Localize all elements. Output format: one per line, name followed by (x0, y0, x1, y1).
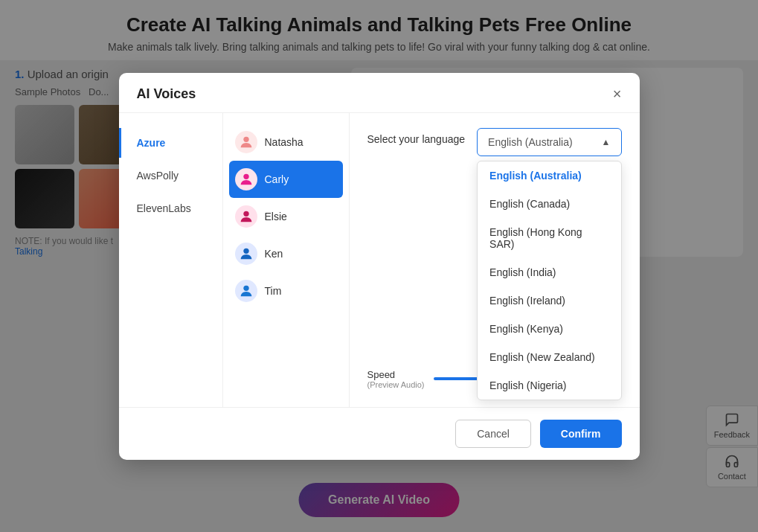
lang-option-hongkong[interactable]: English (Hong Kong SAR) (478, 218, 620, 258)
modal-footer: Cancel Confirm (119, 407, 640, 460)
tab-elevenlabs[interactable]: ElevenLabs (119, 193, 222, 223)
lang-option-australia[interactable]: English (Australia) (478, 161, 620, 190)
language-row: Select your language English (Australia)… (367, 128, 622, 156)
chevron-up-icon: ▲ (602, 137, 611, 147)
ai-voices-modal: AI Voices × Azure AwsPolly ElevenLabs Na… (119, 73, 640, 460)
language-select-wrapper: English (Australia) ▲ English (Australia… (477, 128, 621, 156)
voice-avatar-ken (235, 243, 257, 265)
confirm-button[interactable]: Confirm (540, 420, 622, 448)
svg-point-1 (243, 173, 248, 179)
modal-header: AI Voices × (119, 73, 640, 113)
svg-point-0 (243, 136, 248, 141)
voice-item-ken[interactable]: Ken (223, 235, 349, 272)
speed-label-group: Speed (Preview Audio) (367, 369, 425, 389)
language-dropdown: English (Australia) English (Canada) Eng… (477, 161, 621, 400)
voice-item-carly[interactable]: Carly (229, 161, 343, 198)
modal-title: AI Voices (137, 86, 196, 102)
voice-avatar-carly (235, 168, 257, 190)
voice-provider-tabs: Azure AwsPolly ElevenLabs (119, 113, 223, 407)
svg-point-4 (243, 285, 248, 290)
speed-preview-label: (Preview Audio) (367, 380, 425, 389)
voice-name-tim: Tim (265, 285, 282, 297)
lang-option-canada[interactable]: English (Canada) (478, 190, 620, 218)
speed-label: Speed (367, 369, 425, 380)
voice-item-tim[interactable]: Tim (223, 272, 349, 310)
voice-name-ken: Ken (265, 248, 283, 260)
voice-avatar-natasha (235, 131, 257, 153)
voice-avatar-tim (235, 280, 257, 302)
voice-settings-panel: Select your language English (Australia)… (350, 113, 640, 407)
lang-option-kenya[interactable]: English (Kenya) (478, 315, 620, 343)
lang-option-newzealand[interactable]: English (New Zealand) (478, 343, 620, 371)
lang-option-nigeria[interactable]: English (Nigeria) (478, 371, 620, 400)
lang-option-india[interactable]: English (India) (478, 258, 620, 286)
lang-option-ireland[interactable]: English (Ireland) (478, 286, 620, 315)
tab-azure[interactable]: Azure (119, 128, 222, 158)
voice-item-elsie[interactable]: Elsie (223, 198, 349, 235)
cancel-button[interactable]: Cancel (455, 420, 531, 448)
svg-point-3 (243, 248, 248, 253)
svg-point-2 (243, 211, 248, 216)
modal-overlay: AI Voices × Azure AwsPolly ElevenLabs Na… (0, 0, 758, 532)
voice-item-natasha[interactable]: Natasha (223, 124, 349, 161)
voice-name-natasha: Natasha (265, 136, 303, 148)
language-label: Select your language (367, 133, 466, 145)
voice-avatar-elsie (235, 205, 257, 228)
language-selected-value: English (Australia) (488, 136, 573, 148)
voice-name-carly: Carly (265, 173, 289, 185)
voice-list: Natasha Carly Elsie (223, 113, 350, 407)
voice-name-elsie: Elsie (265, 211, 287, 222)
modal-body: Azure AwsPolly ElevenLabs Natasha (119, 113, 640, 407)
language-select-button[interactable]: English (Australia) ▲ (477, 128, 621, 156)
tab-awspolly[interactable]: AwsPolly (119, 161, 222, 190)
modal-close-button[interactable]: × (613, 86, 622, 101)
